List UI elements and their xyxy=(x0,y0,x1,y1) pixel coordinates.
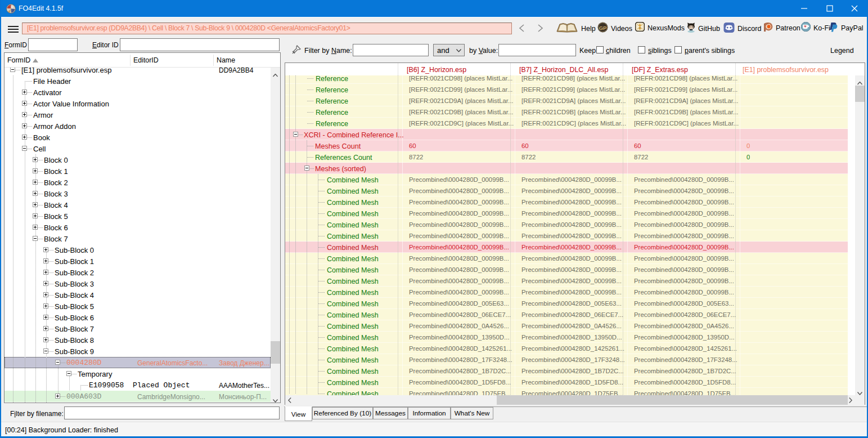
svg-text:GP: GP xyxy=(599,25,607,31)
